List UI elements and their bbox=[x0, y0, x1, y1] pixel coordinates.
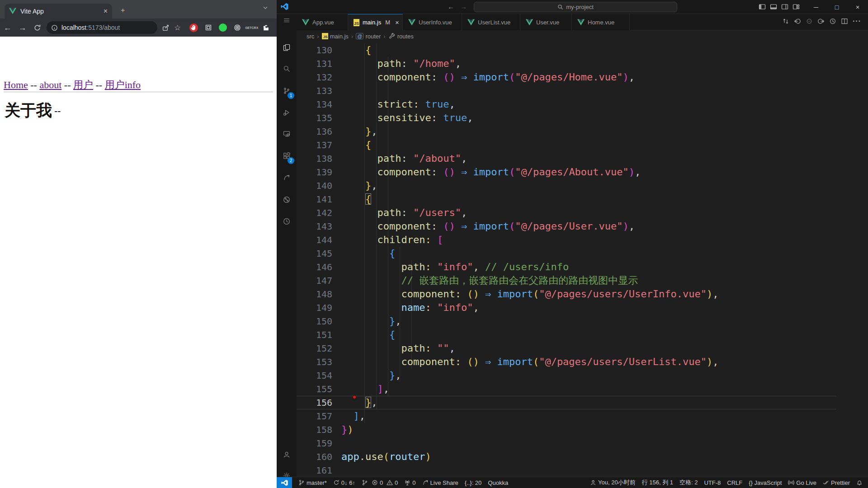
vscode-window: ← → my-project ─ □ × 12 App.vueJSmain.js… bbox=[277, 0, 868, 488]
line-number: 138 bbox=[297, 153, 332, 164]
code-line[interactable]: 130 { bbox=[297, 43, 836, 57]
vscode-logo-icon bbox=[281, 3, 288, 10]
back-button[interactable]: ← bbox=[0, 23, 15, 33]
activity-source-control-icon[interactable]: 1 bbox=[277, 82, 297, 100]
code-line[interactable]: 154 }, bbox=[297, 369, 836, 382]
status-utf-8[interactable]: UTF-8 bbox=[704, 479, 721, 486]
code-line[interactable]: 131 path: "/home", bbox=[297, 57, 836, 70]
code-line[interactable]: 135 sensitive: true, bbox=[297, 111, 836, 125]
line-number: 148 bbox=[297, 289, 332, 300]
line-number: 158 bbox=[297, 424, 332, 435]
status-行-156-列-1[interactable]: 行 156, 列 1 bbox=[642, 479, 673, 487]
green-dot-icon[interactable] bbox=[218, 23, 227, 33]
code-line[interactable]: 140 }, bbox=[297, 179, 836, 192]
code-line[interactable]: 147 // 嵌套路由，嵌套路由会在父路由的路由视图中显示 bbox=[297, 274, 836, 287]
code-line[interactable]: 150 }, bbox=[297, 314, 836, 328]
status-git-branch[interactable] bbox=[362, 479, 368, 486]
forward-button[interactable]: → bbox=[15, 23, 30, 33]
activity-files-icon[interactable] bbox=[277, 38, 297, 56]
status-0-6-[interactable]: 0↓ 6↑ bbox=[333, 479, 355, 486]
activity-gitlens-inspect-icon[interactable] bbox=[277, 212, 297, 230]
url-bar[interactable]: localhost:5173/about bbox=[47, 21, 157, 34]
tab-close-icon[interactable]: × bbox=[104, 8, 108, 15]
router-link-1[interactable]: Home bbox=[4, 79, 28, 90]
code-line[interactable]: 139 component: () ⇒ import("@/pages/Abou… bbox=[297, 165, 836, 179]
line-number: 140 bbox=[297, 180, 332, 191]
activity-menu-icon[interactable] bbox=[277, 11, 297, 29]
code-line[interactable]: 158}) bbox=[297, 423, 836, 436]
code-line[interactable]: 146 path: "info", // /users/info bbox=[297, 260, 836, 274]
code-line[interactable]: 161 bbox=[297, 464, 836, 477]
status-master-[interactable]: master* bbox=[298, 479, 327, 486]
status-0[interactable]: 0 bbox=[372, 479, 383, 486]
code-line[interactable]: 149 name: "info", bbox=[297, 301, 836, 314]
activity-debug-icon[interactable] bbox=[277, 103, 297, 122]
line-number: 150 bbox=[297, 316, 332, 327]
badge: 1 bbox=[288, 92, 294, 99]
code-line[interactable]: 143 component: () ⇒ import("@/pages/User… bbox=[297, 220, 836, 233]
more-actions-icon[interactable]: ··· bbox=[853, 17, 861, 25]
line-number: 132 bbox=[297, 72, 332, 83]
code-line[interactable]: 145 { bbox=[297, 247, 836, 260]
status-live-share[interactable]: Live Share bbox=[422, 479, 458, 486]
status-0[interactable]: 0 bbox=[404, 479, 415, 486]
horizontal-rule bbox=[4, 92, 273, 92]
share-icon[interactable] bbox=[162, 24, 170, 32]
code-line[interactable]: 144 children: [ bbox=[297, 233, 836, 247]
status-quokka[interactable]: Quokka bbox=[488, 479, 508, 486]
new-tab-button[interactable]: ＋ bbox=[119, 6, 126, 14]
activity-search-icon[interactable] bbox=[277, 60, 297, 78]
code-line[interactable]: 138 path: "/about", bbox=[297, 152, 836, 165]
puzzle-icon[interactable] bbox=[261, 23, 271, 33]
target-icon[interactable] bbox=[232, 23, 242, 33]
split-editor-icon[interactable] bbox=[841, 18, 848, 25]
activity-remote-icon[interactable] bbox=[277, 125, 297, 143]
code-line[interactable]: 148 component: () ⇒ import("@/pages/user… bbox=[297, 287, 836, 301]
router-link-3[interactable]: 用户 bbox=[73, 79, 93, 90]
router-link-4[interactable]: 用户info bbox=[105, 79, 141, 90]
status-you-20小时前[interactable]: You, 20小时前 bbox=[590, 479, 636, 487]
site-info-icon[interactable] bbox=[51, 24, 58, 31]
code-line[interactable]: 152 path: "", bbox=[297, 342, 836, 355]
code-line[interactable]: 157 ], bbox=[297, 409, 836, 423]
activity-extensions-icon[interactable]: 2 bbox=[277, 147, 297, 165]
code-editor[interactable]: 130 {131 path: "/home",132 component: ()… bbox=[297, 0, 836, 477]
reload-button[interactable] bbox=[30, 24, 45, 32]
close-button[interactable]: × bbox=[847, 0, 868, 14]
status-crlf[interactable]: CRLF bbox=[727, 479, 742, 486]
status-空格-2[interactable]: 空格: 2 bbox=[679, 479, 698, 487]
status-bell[interactable] bbox=[856, 479, 863, 486]
code-line[interactable]: 156 }, bbox=[297, 396, 836, 409]
code-line[interactable]: 153 component: () ⇒ import("@/pages/user… bbox=[297, 355, 836, 369]
code-line-text: path: "/about", bbox=[341, 152, 467, 165]
browser-active-tab[interactable]: Vite App × bbox=[5, 4, 112, 19]
line-number: 147 bbox=[297, 275, 332, 286]
code-line[interactable]: 137 { bbox=[297, 138, 836, 152]
line-number: 152 bbox=[297, 343, 332, 354]
tab-search-chevron-icon[interactable] bbox=[262, 5, 269, 11]
frame-square-icon[interactable] bbox=[203, 23, 213, 33]
code-line[interactable]: 142 path: "/users", bbox=[297, 206, 836, 220]
status--20[interactable]: {..}: 20 bbox=[465, 479, 482, 486]
router-link-2[interactable]: about bbox=[39, 79, 61, 90]
code-line[interactable]: 141 { bbox=[297, 192, 836, 206]
activity-gitlens-icon[interactable] bbox=[277, 191, 297, 209]
adblock-hand-icon[interactable] bbox=[189, 23, 198, 33]
code-line[interactable]: 160app.use(router) bbox=[297, 450, 836, 464]
remote-indicator[interactable] bbox=[277, 477, 292, 488]
status-0[interactable]: 0 bbox=[387, 479, 398, 486]
code-line[interactable]: 132 component: () ⇒ import("@/pages/Home… bbox=[297, 70, 836, 84]
code-line[interactable]: 151 { bbox=[297, 328, 836, 342]
activity-account-icon[interactable] bbox=[277, 446, 297, 464]
code-line[interactable]: 155 ], bbox=[297, 382, 836, 396]
code-line[interactable]: 134 strict: true, bbox=[297, 98, 836, 111]
status-prettier[interactable]: Prettier bbox=[823, 479, 850, 486]
code-line[interactable]: 159 bbox=[297, 436, 836, 450]
getcrx-icon[interactable]: GETCRX bbox=[247, 23, 256, 33]
activity-live-share-icon[interactable] bbox=[277, 169, 297, 187]
status--javascript[interactable]: {} JavaScript bbox=[749, 479, 782, 486]
bookmark-star-icon[interactable]: ☆ bbox=[174, 23, 181, 33]
status-go-live[interactable]: Go Live bbox=[788, 479, 816, 486]
code-line[interactable]: 133 bbox=[297, 84, 836, 98]
code-line[interactable]: 136 }, bbox=[297, 125, 836, 138]
